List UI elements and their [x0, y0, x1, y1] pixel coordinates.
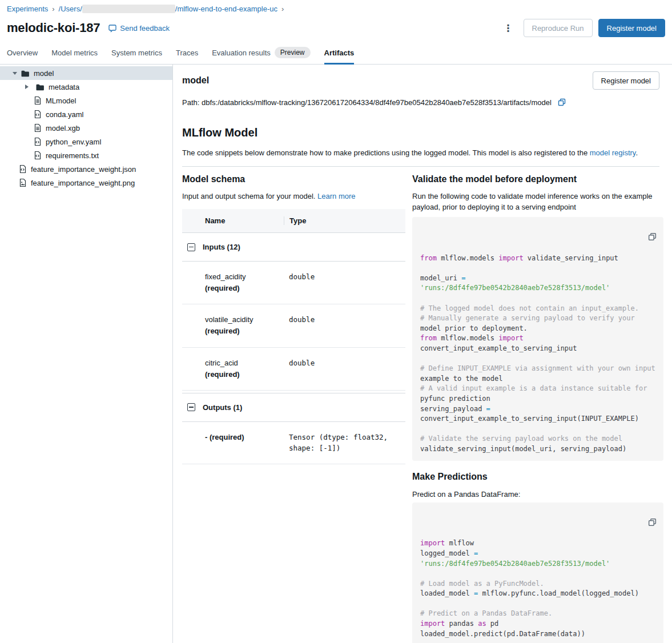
- column-header-type-label: Type: [284, 216, 306, 225]
- validate-title: Validate the model before deployment: [412, 174, 663, 184]
- tab-label: Overview: [7, 49, 38, 57]
- preview-badge: Preview: [275, 47, 311, 58]
- table-row: volatile_acidity(required) double: [182, 304, 405, 347]
- tree-item-label: MLmodel: [46, 97, 76, 105]
- tree-item-metadata[interactable]: metadata: [0, 80, 172, 94]
- required-badge: (required): [205, 369, 284, 380]
- artifact-main-panel: model Register model Path: dbfs:/databri…: [173, 65, 672, 643]
- artifact-file-tree: model metadata MLmodel conda.yaml model.…: [0, 65, 173, 643]
- tree-item-requirements-txt[interactable]: requirements.txt: [0, 148, 172, 162]
- tree-item-label: model: [34, 69, 54, 78]
- validate-description: Run the following code to validate model…: [412, 191, 663, 213]
- tab-model-metrics[interactable]: Model metrics: [51, 47, 98, 64]
- path-label: Path:: [182, 98, 199, 107]
- artifact-path-row: Path: dbfs:/databricks/mlflow-tracking/1…: [182, 98, 659, 107]
- schema-group-outputs: Outputs (1): [182, 393, 405, 422]
- tab-label: Model metrics: [51, 49, 98, 57]
- learn-more-link[interactable]: Learn more: [317, 192, 355, 200]
- tab-traces[interactable]: Traces: [176, 47, 198, 64]
- tree-item-label: requirements.txt: [46, 151, 99, 160]
- tab-artifacts[interactable]: Artifacts: [324, 47, 355, 64]
- tab-label: Traces: [176, 49, 198, 57]
- document-file-icon: [33, 96, 42, 105]
- schema-field-name: volatile_acidity: [205, 314, 284, 325]
- description-period: .: [635, 148, 638, 157]
- copy-path-button[interactable]: [557, 98, 566, 107]
- schema-field-name: fixed_acidity: [205, 271, 284, 283]
- tab-label: System metrics: [111, 49, 162, 57]
- code-snippets-section: Validate the model before deployment Run…: [412, 174, 663, 643]
- required-badge: (required): [205, 325, 284, 337]
- tree-item-label: feature_importance_weight.json: [31, 165, 136, 174]
- artifact-title: model: [182, 75, 209, 86]
- copy-icon: [557, 98, 566, 107]
- reproduce-run-button[interactable]: Reproduce Run: [524, 19, 593, 37]
- breadcrumb: Experiments › /Users/ /mlflow-end-to-end…: [7, 5, 665, 13]
- collapse-minus-icon[interactable]: [187, 243, 195, 251]
- code-file-icon: [18, 164, 27, 174]
- mlflow-model-title: MLflow Model: [182, 126, 659, 139]
- document-file-icon: [33, 123, 42, 132]
- tab-evaluation-results[interactable]: Evaluation results Preview: [212, 47, 310, 64]
- code-file-icon: [33, 110, 42, 119]
- tree-item-feature-importance-png[interactable]: feature_importance_weight.png: [0, 176, 172, 190]
- breadcrumb-experiment-link[interactable]: /Users/ /mlflow-end-to-end-example-uc: [59, 5, 277, 13]
- tab-bar: Overview Model metrics System metrics Tr…: [0, 47, 672, 65]
- chevron-right-icon: ›: [281, 5, 284, 13]
- tree-item-model[interactable]: model: [0, 66, 172, 80]
- page-header: Experiments › /Users/ /mlflow-end-to-end…: [0, 0, 672, 37]
- send-feedback-label: Send feedback: [120, 24, 170, 33]
- artifact-path: Path: dbfs:/databricks/mlflow-tracking/1…: [182, 98, 552, 107]
- tab-label: Evaluation results: [212, 49, 271, 57]
- schema-field-type: double: [284, 357, 405, 380]
- tab-system-metrics[interactable]: System metrics: [111, 47, 162, 64]
- schema-table: Name Type Inputs (12) fixed_acidity(requ…: [182, 209, 405, 464]
- table-row: fixed_acidity(required) double: [182, 262, 405, 304]
- schema-group-inputs: Inputs (12): [182, 233, 405, 262]
- tab-overview[interactable]: Overview: [7, 47, 38, 64]
- tab-label: Artifacts: [324, 49, 355, 57]
- description-text: The code snippets below demonstrate how …: [182, 148, 590, 157]
- breadcrumb-experiments-link[interactable]: Experiments: [7, 5, 48, 13]
- tree-item-conda-yaml[interactable]: conda.yaml: [0, 107, 172, 121]
- redacted-username: [82, 5, 175, 13]
- model-schema-subtitle: Input and output schema for your model. …: [182, 191, 405, 202]
- schema-field-type: Tensor (dtype: float32, shape: [-1]): [284, 432, 405, 454]
- path-value: dbfs:/databricks/mlflow-tracking/1367206…: [202, 98, 552, 107]
- model-registry-link[interactable]: model registry: [590, 148, 636, 157]
- required-badge: (required): [205, 283, 284, 294]
- code-file-icon: [33, 151, 42, 160]
- tree-item-feature-importance-json[interactable]: feature_importance_weight.json: [0, 162, 172, 176]
- send-feedback-link[interactable]: Send feedback: [108, 24, 170, 33]
- tree-item-label: metadata: [49, 83, 79, 91]
- column-header-name: Name: [182, 216, 284, 225]
- pandas-label: Predict on a Pandas DataFrame:: [412, 490, 663, 499]
- breadcrumb-experiment-name: /mlflow-end-to-end-example-uc: [175, 5, 277, 13]
- model-schema-title: Model schema: [182, 174, 405, 184]
- mlflow-model-description: The code snippets below demonstrate how …: [182, 148, 659, 158]
- tree-item-model-xgb[interactable]: model.xgb: [0, 121, 172, 135]
- folder-icon: [21, 69, 30, 78]
- copy-code-button[interactable]: [598, 222, 657, 255]
- schema-field-type: double: [284, 314, 405, 337]
- run-title: melodic-koi-187: [7, 21, 100, 35]
- schema-group-label: Outputs (1): [203, 403, 242, 412]
- tree-item-label: python_env.yaml: [46, 138, 101, 146]
- tree-item-mlmodel[interactable]: MLmodel: [0, 94, 172, 107]
- schema-field-name: - (required): [205, 432, 284, 443]
- register-model-secondary-button[interactable]: Register model: [593, 71, 659, 90]
- register-model-button[interactable]: Register model: [598, 19, 665, 37]
- table-row: citric_acid(required) double: [182, 348, 405, 391]
- schema-group-label: Inputs (12): [203, 243, 240, 251]
- pandas-code-block: import mlflowlogged_model ='runs:/8df4fe…: [412, 503, 663, 643]
- overflow-menu-icon[interactable]: ⋮: [499, 23, 518, 33]
- caret-right-icon[interactable]: [25, 85, 31, 89]
- copy-code-button[interactable]: [598, 508, 657, 541]
- title-row: melodic-koi-187 Send feedback ⋮ Reproduc…: [7, 19, 665, 37]
- tree-item-python-env-yaml[interactable]: python_env.yaml: [0, 135, 172, 148]
- schema-table-header: Name Type: [182, 209, 405, 233]
- caret-down-icon[interactable]: [13, 72, 17, 77]
- collapse-minus-icon[interactable]: [187, 403, 195, 411]
- table-row: - (required) Tensor (dtype: float32, sha…: [182, 422, 405, 464]
- chevron-right-icon: ›: [52, 5, 54, 13]
